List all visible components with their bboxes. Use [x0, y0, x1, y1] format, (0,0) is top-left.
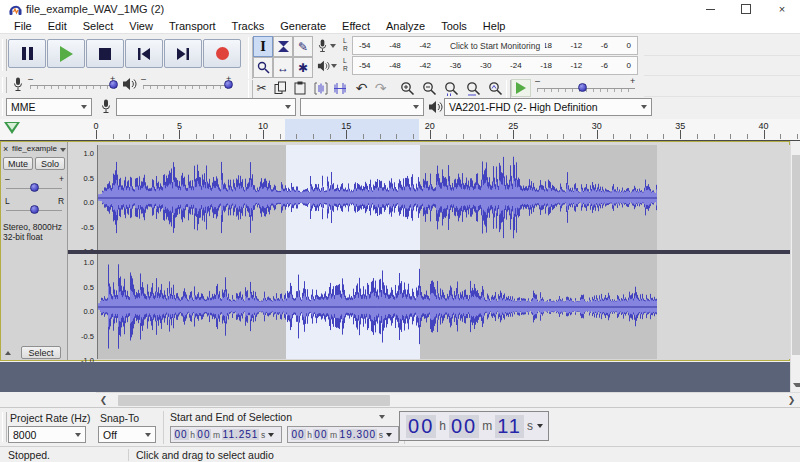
audio-position-display[interactable]: 00h00m11s — [399, 411, 549, 441]
trim-audio-button[interactable] — [311, 79, 330, 97]
skip-to-start-button[interactable] — [125, 39, 163, 68]
fit-project-button[interactable] — [464, 79, 483, 97]
pan-thumb[interactable] — [30, 205, 39, 214]
recording-device-select[interactable] — [116, 98, 296, 116]
draw-tool-button[interactable]: ✎ — [293, 36, 313, 57]
vertical-ruler-channel-2[interactable]: 1.00.50.0-0.5-1.0 — [68, 254, 98, 359]
playback-device-select[interactable]: VA2201-FHD (2- High Definition — [444, 98, 652, 116]
vertical-scroll-thumb[interactable] — [792, 155, 800, 355]
snap-to-select[interactable]: Off — [98, 426, 156, 443]
menu-item-view[interactable]: View — [121, 20, 161, 32]
multi-tool-button[interactable]: ✱ — [293, 57, 313, 78]
copy-button[interactable] — [271, 79, 290, 97]
record-meter[interactable]: -54-48-42-36-30-24-18-12-60 Click to Sta… — [352, 36, 638, 55]
envelope-tool-button[interactable] — [273, 36, 293, 57]
rec-vol-thumb[interactable] — [109, 80, 118, 89]
gain-thumb[interactable] — [30, 183, 39, 192]
audio-host-select[interactable]: MME — [6, 98, 92, 116]
waveform-channel-1[interactable] — [98, 145, 790, 250]
toolbar-seam-2 — [644, 75, 800, 76]
vertical-scrollbar[interactable] — [790, 141, 800, 392]
scroll-right-icon[interactable]: ❯ — [784, 393, 799, 407]
waveform-canvas-1[interactable] — [98, 145, 790, 250]
selection-end-field[interactable]: 00h00m19.300s — [287, 426, 399, 443]
record-meter-icon-button[interactable] — [317, 36, 341, 55]
track-select-button[interactable]: Select — [21, 346, 61, 359]
zoom-out-button[interactable] — [420, 79, 439, 97]
pause-button[interactable] — [8, 39, 46, 68]
playback-meter-tick-42: -42 — [419, 61, 431, 70]
zoom-toggle-button[interactable] — [486, 79, 505, 97]
menu-item-help[interactable]: Help — [475, 20, 514, 32]
menu-item-tools[interactable]: Tools — [433, 20, 475, 32]
menu-item-generate[interactable]: Generate — [272, 20, 334, 32]
play-at-speed-button[interactable] — [511, 79, 531, 97]
title-bar[interactable]: file_example_WAV_1MG (2) × — [0, 0, 800, 18]
vruler-label-0.5: 0.5 — [84, 282, 94, 291]
waveform-channel-2[interactable] — [98, 254, 790, 359]
zoom-out-icon — [422, 81, 437, 96]
play-button[interactable] — [47, 39, 85, 68]
project-rate-select[interactable]: 8000 — [8, 426, 86, 443]
recording-channels-select[interactable] — [300, 98, 424, 116]
playback-meter-channel-labels: L R — [343, 57, 348, 73]
selection-mode-select[interactable]: Start and End of Selection — [170, 410, 385, 424]
track-title[interactable]: file_example — [12, 144, 57, 153]
menu-item-analyze[interactable]: Analyze — [378, 20, 433, 32]
scroll-left-icon[interactable]: ❮ — [96, 393, 111, 407]
track-collapse-button[interactable] — [5, 351, 11, 355]
transport-toolbar-grip[interactable] — [2, 39, 7, 71]
silence-audio-icon — [333, 82, 347, 95]
record-meter-channel-labels: L R — [343, 37, 348, 53]
mute-button[interactable]: Mute — [3, 157, 33, 170]
minimize-button[interactable] — [692, 0, 728, 18]
paste-button[interactable] — [290, 79, 309, 97]
track-menu-caret-icon[interactable] — [60, 148, 66, 152]
menu-item-effect[interactable]: Effect — [334, 20, 378, 32]
time-part-h: h — [439, 419, 446, 433]
menu-item-edit[interactable]: Edit — [40, 20, 75, 32]
menu-item-file[interactable]: File — [6, 20, 40, 32]
menu-item-tracks[interactable]: Tracks — [224, 20, 273, 32]
solo-button[interactable]: Solo — [35, 157, 65, 170]
selection-tool-button[interactable]: I — [253, 36, 273, 57]
horizontal-scrollbar[interactable]: ❮ ❯ — [96, 392, 800, 407]
timeline-pin-button[interactable] — [4, 122, 20, 134]
maximize-button[interactable] — [728, 0, 764, 18]
selection-start-field[interactable]: 00h00m11.251s — [170, 426, 282, 443]
zoom-toggle-icon — [488, 81, 503, 96]
ruler-label-15: 15 — [341, 121, 351, 131]
menu-item-transport[interactable]: Transport — [161, 20, 224, 32]
pan-left-label: L — [5, 196, 10, 206]
close-button[interactable]: × — [764, 0, 800, 18]
mixer-toolbar-grip[interactable] — [2, 77, 7, 93]
record-button[interactable] — [203, 39, 241, 68]
vertical-ruler-channel-1[interactable]: 1.00.50.0-0.5-1.0 — [68, 145, 98, 250]
redo-icon: ↷ — [375, 81, 387, 95]
app-logo-icon — [8, 2, 23, 16]
playback-meter-icon-button[interactable] — [317, 56, 341, 75]
waveform-canvas-2[interactable] — [98, 254, 790, 359]
stop-button[interactable] — [86, 39, 124, 68]
close-icon: × — [779, 4, 785, 15]
horizontal-scroll-thumb[interactable] — [118, 395, 390, 406]
timeline-ruler[interactable]: 0510152025303540 — [0, 119, 800, 141]
zoom-in-button[interactable] — [398, 79, 417, 97]
selection-toolbar-grip[interactable] — [2, 412, 7, 442]
skip-to-end-button[interactable] — [164, 39, 202, 68]
ruler-label-0: 0 — [93, 121, 98, 131]
fit-project-icon — [466, 81, 481, 96]
playback-meter[interactable]: -54-48-42-36-30-24-18-12-60 — [352, 56, 638, 75]
track-close-button[interactable]: × — [3, 144, 8, 154]
maximize-icon — [741, 4, 751, 14]
zoom-tool-button[interactable] — [253, 57, 273, 78]
menu-item-select[interactable]: Select — [75, 20, 122, 32]
time-shift-tool-button[interactable]: ↔ — [273, 57, 293, 78]
redo-button[interactable]: ↷ — [371, 79, 390, 97]
silence-audio-button[interactable] — [330, 79, 349, 97]
zoom-selection-button[interactable] — [442, 79, 461, 97]
cut-button[interactable]: ✂ — [252, 79, 271, 97]
speed-thumb[interactable] — [578, 83, 587, 92]
undo-button[interactable]: ↶ — [352, 79, 371, 97]
play-vol-thumb[interactable] — [224, 80, 233, 89]
